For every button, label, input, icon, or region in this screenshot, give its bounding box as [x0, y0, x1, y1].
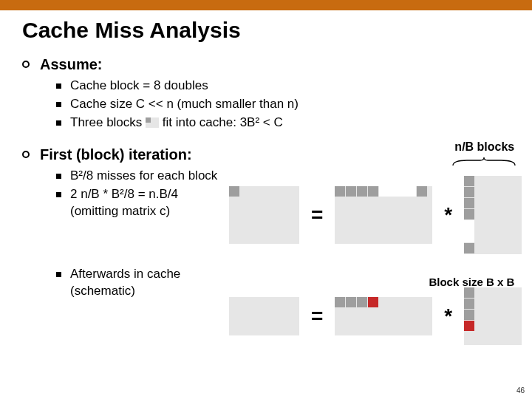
star-1: * — [444, 203, 452, 227]
first-iter-label: First (block) iteration: — [40, 146, 192, 163]
first-iter-text-2: 2 n/B * B²/8 = n.B/4 (omitting matrix c) — [70, 186, 178, 220]
assume-item-1: Cache block = 8 doubles — [56, 78, 510, 95]
assume-text-1: Cache block = 8 doubles — [70, 78, 208, 95]
assume-label: Assume: — [40, 56, 102, 73]
matrix-c-1 — [229, 186, 299, 244]
brace-icon — [452, 157, 516, 167]
block-size-label: Block size B x B — [429, 276, 514, 288]
square-bullet-icon — [56, 102, 61, 107]
assume-text-3: Three blocks fit into cache: 3B² < C — [70, 115, 283, 132]
figure-row-1: = * — [229, 176, 522, 254]
first-iter-item-3: Afterwards in cache (schematic) — [56, 266, 229, 300]
assume-text-3-pre: Three blocks — [70, 115, 146, 129]
open-circle-bullet — [22, 151, 30, 158]
equals-2: = — [311, 304, 323, 328]
nb-blocks-label: n/B blocks — [454, 140, 514, 154]
first-iter-item-1: B²/8 misses for each block — [56, 168, 229, 185]
assume-item-3: Three blocks fit into cache: 3B² < C — [56, 115, 510, 132]
matrix-b-1 — [464, 176, 522, 254]
open-circle-bullet — [22, 61, 30, 68]
assume-item-2: Cache size C << n (much smaller than n) — [56, 96, 510, 113]
page-number: 46 — [516, 386, 525, 395]
slide-content: Cache Miss Analysis Assume: Cache block … — [0, 10, 532, 345]
assume-text-2: Cache size C << n (much smaller than n) — [70, 96, 299, 113]
assume-list: Cache block = 8 doubles Cache size C << … — [56, 78, 510, 132]
matrix-c-2 — [229, 297, 299, 335]
section-assume: Assume: — [22, 56, 510, 73]
star-2: * — [444, 304, 452, 328]
matrix-a-2 — [335, 297, 432, 335]
section-first-iter: First (block) iteration: — [22, 146, 229, 163]
slide-title: Cache Miss Analysis — [22, 18, 510, 43]
square-bullet-icon — [56, 120, 61, 126]
square-bullet-icon — [56, 83, 61, 89]
matrix-b-2 — [464, 287, 522, 345]
small-block-icon — [146, 117, 159, 128]
matrix-a-1 — [335, 186, 432, 244]
assume-text-3-post: fit into cache: 3B² < C — [163, 115, 283, 129]
figure-row-2: = * — [229, 287, 522, 345]
first-iter-text-1: B²/8 misses for each block — [70, 168, 217, 185]
first-iter-item-2: 2 n/B * B²/8 = n.B/4 (omitting matrix c) — [56, 186, 229, 220]
first-iter-text-3: Afterwards in cache (schematic) — [70, 266, 180, 300]
orange-top-bar — [0, 0, 532, 10]
first-iter-list: B²/8 misses for each block 2 n/B * B²/8 … — [56, 168, 229, 300]
square-bullet-icon — [56, 192, 61, 197]
equals-1: = — [311, 203, 323, 227]
square-bullet-icon — [56, 272, 61, 277]
square-bullet-icon — [56, 174, 61, 179]
